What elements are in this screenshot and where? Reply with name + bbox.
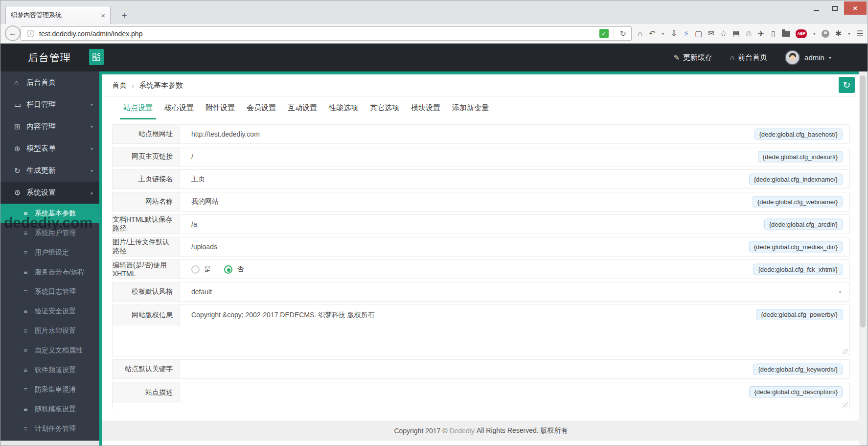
- front-home-button[interactable]: ⌂ 前台首页: [730, 53, 767, 62]
- sidebar-panel-icon[interactable]: ▯: [770, 30, 777, 38]
- sidebar-item-system-settings[interactable]: ⚙ 系统设置 ▴: [0, 182, 99, 204]
- new-tab-button[interactable]: +: [117, 9, 132, 23]
- settings-tab[interactable]: 添加新变量: [452, 96, 489, 119]
- field-value-area[interactable]: 我的网站 {dede:global.cfg_webname/}: [180, 192, 849, 211]
- sidebar-toggle-button[interactable]: [89, 49, 104, 65]
- sidebar-subitem[interactable]: ≡ 服务器分布/远程: [0, 262, 99, 282]
- mail-icon[interactable]: ✉: [708, 30, 715, 38]
- url-text[interactable]: test.dedediy.com/admin/index.php: [39, 30, 599, 38]
- field-value-area[interactable]: http://test.dedediy.com {dede:global.cfg…: [180, 125, 849, 143]
- menu-icon[interactable]: ☰: [857, 30, 864, 38]
- sidebar-subitem[interactable]: ≡ 随机模板设置: [0, 399, 99, 419]
- sidebar-subitem[interactable]: ≡ 图片水印设置: [0, 321, 99, 341]
- notes-icon[interactable]: ▤: [732, 30, 740, 38]
- tablet-icon[interactable]: ▢: [695, 30, 702, 38]
- home-icon[interactable]: ⌂: [637, 30, 643, 38]
- chevron-down-icon[interactable]: ▾: [829, 55, 831, 60]
- field-value[interactable]: /: [191, 153, 193, 161]
- sidebar-item-content-manage[interactable]: ⊞ 内容管理 ▾: [0, 116, 99, 138]
- download-icon[interactable]: ⇩: [670, 30, 677, 38]
- lightning-icon[interactable]: ⚡: [683, 30, 689, 38]
- minimize-button[interactable]: [807, 1, 825, 15]
- sidebar-item-model-form[interactable]: ⊕ 模型表单 ▾: [0, 138, 99, 160]
- field-value-area[interactable]: default ▾: [180, 282, 849, 301]
- field-value-area[interactable]: / {dede:global.cfg_indexurl/}: [180, 147, 849, 166]
- breadcrumb-home[interactable]: 首页: [112, 81, 127, 90]
- sidebar-subitem[interactable]: ≡ 验证安全设置: [0, 302, 99, 321]
- extension-icon[interactable]: ✱: [835, 30, 842, 38]
- dede-tag-badge: {dede:global.cfg_webname/}: [753, 196, 843, 208]
- settings-tab[interactable]: 其它选项: [370, 96, 399, 119]
- select-caret-icon[interactable]: ▾: [839, 288, 842, 295]
- settings-tab[interactable]: 互动设置: [288, 96, 317, 119]
- resize-handle-icon[interactable]: [843, 349, 848, 354]
- undo-dropdown-icon[interactable]: ▾: [661, 32, 665, 36]
- settings-tab[interactable]: 性能选项: [329, 96, 358, 119]
- browser-window: 织梦内容管理系统 × + × ← i test.dedediy.com/admi…: [0, 0, 868, 446]
- field-value[interactable]: default: [191, 288, 212, 296]
- radio-否[interactable]: [224, 265, 232, 274]
- undo-icon[interactable]: ↶: [649, 30, 656, 38]
- field-value[interactable]: /uploads: [191, 243, 217, 251]
- sidebar-item-admin-home[interactable]: ⌂ 后台首页: [0, 71, 99, 94]
- footer: Copyright 2017 © Dedediy All Rights Rese…: [102, 421, 860, 441]
- vertical-scrollbar[interactable]: [859, 71, 867, 445]
- sidebar-subitem-label: 防采集串混淆: [35, 385, 76, 394]
- field-value-area[interactable]: 是否 {dede:global.cfg_fck_xhtml/}: [180, 260, 849, 279]
- field-value-area[interactable]: 主页 {dede:global.cfg_indexname/}: [180, 170, 849, 188]
- back-button[interactable]: ←: [5, 25, 21, 41]
- avatar[interactable]: [785, 50, 800, 65]
- folder-icon[interactable]: [782, 31, 790, 37]
- footer-copyright-prefix: Copyright 2017 ©: [394, 427, 447, 435]
- field-value-area[interactable]: Copyright &copy; 2002-2017 DEDECMS. 织梦科技…: [180, 305, 849, 356]
- radio-是[interactable]: [191, 265, 200, 274]
- radio-label[interactable]: 否: [237, 265, 244, 274]
- field-value[interactable]: /a: [191, 220, 197, 228]
- field-value[interactable]: 我的网站: [191, 197, 219, 206]
- refresh-button[interactable]: ↻: [839, 77, 855, 93]
- sidebar-subitem[interactable]: ≡ 自定义文档属性: [0, 341, 99, 360]
- maximize-button[interactable]: [825, 1, 844, 15]
- tab-close-icon[interactable]: ×: [101, 11, 105, 20]
- settings-tab[interactable]: 核心设置: [164, 96, 194, 119]
- scrollbar-thumb[interactable]: [860, 75, 866, 328]
- url-bar[interactable]: i test.dedediy.com/admin/index.php ✓ ↻: [21, 26, 632, 41]
- field-label: 网站版权信息: [113, 305, 180, 326]
- settings-tab[interactable]: 会员设置: [247, 96, 276, 119]
- mic-icon[interactable]: [822, 30, 829, 38]
- field-value-area[interactable]: {dede:global.cfg_description/}: [180, 382, 849, 409]
- field-value[interactable]: http://test.dedediy.com: [191, 130, 260, 138]
- resize-handle-icon[interactable]: [843, 402, 848, 408]
- settings-tab[interactable]: 站点设置: [123, 96, 153, 119]
- adblock-dropdown-icon[interactable]: ▾: [812, 32, 816, 36]
- sidebar-subitem[interactable]: ≡ 计划任务管理: [0, 419, 99, 439]
- page-info-icon[interactable]: i: [27, 30, 34, 37]
- field-value-area[interactable]: /a {dede:global.cfg_arcdir/}: [180, 215, 849, 234]
- radio-label[interactable]: 是: [204, 265, 211, 274]
- settings-tab[interactable]: 附件设置: [206, 96, 235, 119]
- browser-tab[interactable]: 织梦内容管理系统 ×: [5, 6, 111, 24]
- sidebar-subitem[interactable]: ≡ 软件频道设置: [0, 360, 99, 380]
- adblock-icon[interactable]: ABP: [796, 29, 807, 38]
- dede-tag-badge: {dede:global.cfg_indexurl/}: [758, 151, 843, 163]
- settings-tab[interactable]: 模块设置: [411, 96, 440, 119]
- sidebar-item-column-manage[interactable]: ▭ 栏目管理 ▾: [0, 94, 99, 116]
- rss-icon[interactable]: ⋒: [745, 30, 752, 38]
- sidebar-subitem[interactable]: ≡ 用户组设定: [0, 243, 99, 262]
- security-shield-icon[interactable]: ✓: [599, 29, 609, 38]
- update-cache-button[interactable]: ✎ 更新缓存: [673, 53, 712, 62]
- extension-dropdown-icon[interactable]: ▾: [847, 32, 851, 36]
- field-value-area[interactable]: /uploads {dede:global.cfg_medias_dir/}: [180, 237, 849, 256]
- field-value[interactable]: Copyright &copy; 2002-2017 DEDECMS. 织梦科技…: [191, 311, 375, 320]
- close-button[interactable]: ×: [844, 1, 867, 15]
- dede-tag-badge: {dede:global.cfg_basehost/}: [754, 129, 843, 140]
- send-icon[interactable]: ✈: [757, 30, 764, 38]
- sidebar-item-generate-update[interactable]: ↻ 生成更新 ▾: [0, 160, 99, 182]
- user-menu[interactable]: admin ▾: [785, 50, 831, 65]
- bookmark-star-icon[interactable]: ☆: [720, 30, 727, 38]
- field-value-area[interactable]: {dede:global.cfg_keywords/}: [180, 360, 849, 378]
- sidebar-subitem[interactable]: ≡ 防采集串混淆: [0, 380, 99, 399]
- field-value[interactable]: 主页: [191, 175, 205, 184]
- sidebar-subitem[interactable]: ≡ 系统日志管理: [0, 282, 99, 302]
- reload-icon[interactable]: ↻: [618, 29, 628, 38]
